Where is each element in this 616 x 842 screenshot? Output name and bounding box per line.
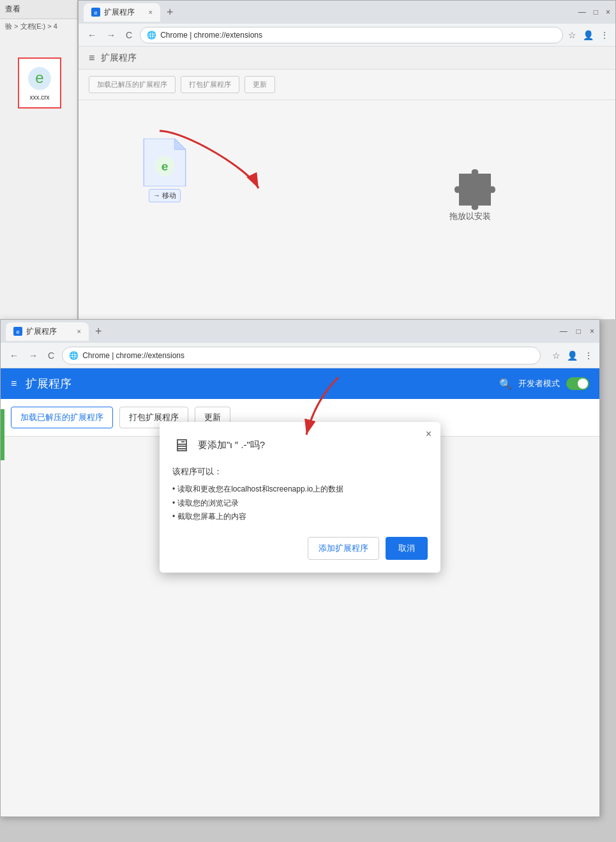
omnibar-actions-bottom: ☆ 👤 ⋮ <box>552 350 593 361</box>
file-sidebar: 查看 验 > 文档(E:) > 4 e xxx.crx <box>0 0 78 319</box>
window-controls-bottom: — □ × <box>560 327 594 336</box>
ie-logo-icon: e <box>27 66 52 91</box>
svg-marker-5 <box>174 139 185 149</box>
bookmark-icon-bottom[interactable]: ☆ <box>552 350 560 361</box>
install-dialog: × 🖥 要添加"ι ″ .-"吗? 该程序可以： • 读取和更改您在localh… <box>160 422 440 573</box>
menu-icon[interactable]: ⋮ <box>600 30 609 40</box>
dev-mode-label: 开发者模式 <box>518 378 560 389</box>
new-tab-btn-bottom[interactable]: + <box>91 325 106 338</box>
ext-toolbar-top: 加载已解压的扩展程序 打包扩展程序 更新 <box>79 70 615 100</box>
pack-extension-btn[interactable]: 打包扩展程序 <box>181 76 239 93</box>
tab-title: 扩展程序 <box>104 7 135 18</box>
svg-text:e: e <box>35 69 43 86</box>
dialog-title: 要添加"ι ″ .-"吗? <box>198 439 265 451</box>
maximize-btn[interactable]: □ <box>594 8 598 17</box>
chrome-window-bottom: e 扩展程序 × + — □ × ← → C 🌐 Chrome | chrome… <box>0 319 600 817</box>
back-btn[interactable]: ← <box>85 29 99 41</box>
ext-blue-header: ≡ 扩展程序 🔍 开发者模式 <box>1 368 599 399</box>
menu-icon-bottom[interactable]: ⋮ <box>584 350 593 361</box>
chrome-omnibar-bottom: ← → C 🌐 Chrome | chrome://extensions ☆ 👤… <box>1 343 599 368</box>
tab-close-btn[interactable]: × <box>149 8 153 16</box>
svg-text:e: e <box>16 329 19 335</box>
ext-content-area: e → 移动 拖放以安装 <box>79 100 615 119</box>
chrome-titlebar-top: e 扩展程序 × + — □ × <box>79 1 615 24</box>
hamburger-icon-bottom[interactable]: ≡ <box>11 378 17 389</box>
minimize-btn-bottom[interactable]: — <box>560 327 567 336</box>
dialog-body: 该程序可以： <box>172 466 428 477</box>
hamburger-icon[interactable]: ≡ <box>89 52 94 64</box>
perm3-text: 截取您屏幕上的内容 <box>177 510 246 524</box>
chrome-window-top: e 扩展程序 × + — □ × ← → C 🌐 Chrome | chrome… <box>78 0 616 319</box>
chrome-tab-top[interactable]: e 扩展程序 × <box>84 3 160 22</box>
perm-item-1: • 读取和更改您在localhost和screenapp.io上的数据 <box>172 483 428 497</box>
drag-install-label: 拖放以安装 <box>449 211 491 222</box>
perm-item-2: • 读取您的浏览记录 <box>172 497 428 511</box>
maximize-btn-bottom[interactable]: □ <box>576 327 581 336</box>
omnibox-chrome-icon-bottom: 🌐 <box>69 351 79 360</box>
chrome-titlebar-bottom: e 扩展程序 × + — □ × <box>1 320 599 343</box>
dev-mode-toggle[interactable] <box>566 377 589 390</box>
omnibar-actions: ☆ 👤 ⋮ <box>568 30 609 40</box>
account-icon[interactable]: 👤 <box>583 30 594 40</box>
monitor-icon: 🖥 <box>172 435 190 456</box>
ext-header-top: ≡ 扩展程序 <box>79 47 615 70</box>
chrome-tab-bottom[interactable]: e 扩展程序 × <box>6 322 89 341</box>
back-btn-bottom[interactable]: ← <box>7 349 21 362</box>
cancel-btn[interactable]: 取消 <box>386 537 428 560</box>
omnibox-chrome-icon: 🌐 <box>147 31 156 40</box>
svg-text:e: e <box>94 10 97 16</box>
sidebar-header-label: 查看 <box>5 4 20 13</box>
omnibox-url: Chrome | chrome://extensions <box>160 31 262 40</box>
dialog-permissions: • 读取和更改您在localhost和screenapp.io上的数据 • 读取… <box>172 483 428 524</box>
update-btn[interactable]: 更新 <box>244 76 275 93</box>
omnibox-bottom[interactable]: 🌐 Chrome | chrome://extensions <box>62 347 541 365</box>
bookmark-icon[interactable]: ☆ <box>568 30 576 40</box>
puzzle-icon <box>449 164 500 215</box>
add-extension-btn[interactable]: 添加扩展程序 <box>308 537 379 560</box>
dialog-close-btn[interactable]: × <box>426 428 432 440</box>
forward-btn-bottom[interactable]: → <box>26 349 40 362</box>
perm2-text: 读取您的浏览记录 <box>177 497 239 511</box>
svg-text:e: e <box>162 160 169 173</box>
reload-btn[interactable]: C <box>123 29 135 41</box>
tab-favicon-icon-bottom: e <box>13 327 22 336</box>
crx-file-label: xxx.crx <box>29 94 49 101</box>
crx-drag-file: e → 移动 <box>136 139 193 202</box>
perm1-text: 读取和更改您在localhost和screenapp.io上的数据 <box>177 483 343 497</box>
close-btn-bottom[interactable]: × <box>590 327 594 336</box>
account-icon-bottom[interactable]: 👤 <box>567 350 578 361</box>
tab-title-bottom: 扩展程序 <box>26 326 57 337</box>
ext-title-blue: 扩展程序 <box>26 376 71 391</box>
bottom-section: e 扩展程序 × + — □ × ← → C 🌐 Chrome | chrome… <box>0 319 616 842</box>
perm-item-3: • 截取您屏幕上的内容 <box>172 510 428 524</box>
crx-drag-icon: e <box>143 139 186 186</box>
omnibox[interactable]: 🌐 Chrome | chrome://extensions <box>140 27 563 43</box>
new-tab-btn[interactable]: + <box>163 6 177 19</box>
ext-page-top: ≡ 扩展程序 加载已解压的扩展程序 打包扩展程序 更新 <box>79 47 615 320</box>
move-label: → 移动 <box>149 189 181 202</box>
window-controls-top: — □ × <box>578 8 610 17</box>
ext-page-title: 扩展程序 <box>101 52 137 64</box>
tab-close-btn-bottom[interactable]: × <box>77 327 81 335</box>
dialog-header: 🖥 要添加"ι ″ .-"吗? <box>172 435 428 456</box>
dialog-overlay: × 🖥 要添加"ι ″ .-"吗? 该程序可以： • 读取和更改您在localh… <box>1 396 599 816</box>
omnibox-url-bottom: Chrome | chrome://extensions <box>82 351 184 360</box>
load-unpacked-btn[interactable]: 加载已解压的扩展程序 <box>89 76 176 93</box>
top-section: 查看 验 > 文档(E:) > 4 e xxx.crx e 扩展程序 × <box>0 0 616 319</box>
sidebar-breadcrumb: 验 > 文档(E:) > 4 <box>0 19 77 34</box>
forward-btn[interactable]: → <box>104 29 118 41</box>
crx-file-icon[interactable]: e xxx.crx <box>18 57 61 109</box>
sidebar-header: 查看 <box>0 0 77 19</box>
chrome-omnibar-top: ← → C 🌐 Chrome | chrome://extensions ☆ 👤… <box>79 24 615 47</box>
close-btn[interactable]: × <box>606 8 610 17</box>
dialog-actions: 添加扩展程序 取消 <box>172 537 428 560</box>
search-icon-bottom[interactable]: 🔍 <box>499 378 512 390</box>
minimize-btn[interactable]: — <box>578 8 586 17</box>
tab-favicon-icon: e <box>91 8 100 17</box>
reload-btn-bottom[interactable]: C <box>45 349 57 362</box>
toggle-knob <box>578 379 588 389</box>
